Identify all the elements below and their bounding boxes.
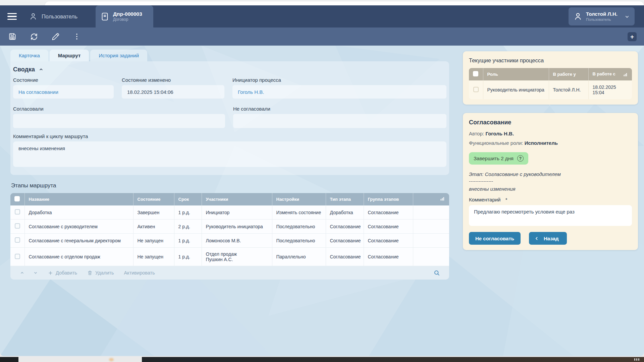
tab-card[interactable]: Карточка <box>10 50 48 61</box>
cell-state: Завершен <box>133 205 174 220</box>
cell-state: Не запущен <box>133 248 174 266</box>
cell-participants: Ломоносов М.В. <box>202 234 272 248</box>
user-name: Толстой Л.Н. <box>586 11 618 17</box>
user-avatar-icon <box>573 12 583 21</box>
initiator-field[interactable]: Гоголь Н.В. <box>232 85 446 99</box>
task-title: Согласование <box>469 119 632 126</box>
required-mark: * <box>505 197 507 202</box>
comment-label: Комментарий <box>469 197 500 202</box>
cell-name: Согласование с отделом продаж <box>24 248 133 266</box>
save-button[interactable] <box>8 32 17 41</box>
taskbar-app-glyph <box>109 358 114 361</box>
select-all-checkbox[interactable] <box>14 196 20 201</box>
stages-title: Этапы маршрута <box>11 182 449 189</box>
cell-type: Согласование <box>326 248 364 266</box>
stage-row[interactable]: Согласование с генеральным директором Не… <box>10 234 449 248</box>
back-button[interactable]: Назад <box>529 232 567 245</box>
page-tabs: Карточка Маршрут История заданий <box>10 50 449 61</box>
tab-route[interactable]: Маршрут <box>50 50 89 61</box>
comment-input[interactable]: Предлагаю пересмотреть условия еще раз <box>469 205 632 226</box>
stage-line: Этап: Согласование с руководителем <box>469 171 632 177</box>
move-down-button[interactable] <box>33 270 38 275</box>
cell-name: Доработка <box>24 205 133 220</box>
document-tab[interactable]: Дпр-000003 Договор <box>96 5 153 27</box>
cell-group: Согласование <box>364 248 413 266</box>
delete-stage-button[interactable]: Удалить <box>87 270 114 276</box>
cell-term: 1 р.д. <box>174 248 202 266</box>
cell-settings: Последовательно <box>272 220 326 234</box>
state-changed-field[interactable]: 18.02.2025 15:04:06 <box>122 85 224 99</box>
row-checkbox[interactable] <box>15 223 20 229</box>
user-menu-button[interactable]: Толстой Л.Н. Пользователь <box>569 7 635 25</box>
cell-term: 1 р.д. <box>174 234 202 248</box>
cell-name: Согласование с руководителем <box>24 220 133 234</box>
tab-task-history[interactable]: История заданий <box>90 50 147 61</box>
row-checkbox[interactable] <box>15 254 20 259</box>
user-icon <box>29 12 38 21</box>
stages-table: Название Состояние Срок Участники Настро… <box>10 193 449 266</box>
activate-stage-button[interactable]: Активировать <box>124 270 155 276</box>
comment-divider: --------------- <box>469 179 632 184</box>
row-checkbox[interactable] <box>473 87 479 92</box>
table-settings-button[interactable] <box>623 72 628 77</box>
stage-row[interactable]: Согласование с руководителем Активен 2 р… <box>10 220 449 234</box>
disagree-button[interactable]: Не согласовать <box>469 232 521 245</box>
stages-header-row: Название Состояние Срок Участники Настро… <box>10 193 449 205</box>
refresh-button[interactable] <box>30 32 39 41</box>
route-comment-field[interactable]: внесены изменения <box>13 141 446 167</box>
summary-collapse-button[interactable] <box>39 67 44 72</box>
agreed-field[interactable] <box>13 114 225 128</box>
stage-row[interactable]: Доработка Завершен 1 р.д. Инициатор Изме… <box>10 205 449 220</box>
cell-settings: Изменять состояние <box>272 205 326 220</box>
row-checkbox[interactable] <box>15 209 20 215</box>
deadline-badge: Завершить 2 дня ? <box>469 152 528 165</box>
table-settings-button[interactable] <box>440 196 445 201</box>
cell-participants: Отдел продаж Пушкин А.С. <box>202 248 272 266</box>
move-up-button[interactable] <box>20 270 24 275</box>
participants-panel: Текущие участники процесса Роль В работе… <box>463 51 638 105</box>
search-button[interactable] <box>433 269 440 277</box>
agreed-label: Согласовали <box>13 106 225 112</box>
not-agreed-field[interactable] <box>233 114 446 128</box>
user-role: Пользователь <box>586 17 618 22</box>
cell-term: 1 р.д. <box>174 205 202 220</box>
cell-type: Согласование <box>326 220 364 234</box>
stage-row[interactable]: Согласование с отделом продаж Не запущен… <box>10 248 449 266</box>
column-header-type: Тип этапа <box>326 193 364 205</box>
cell-assignee: Толстой Л.Н. <box>549 80 588 99</box>
more-button[interactable] <box>73 33 81 41</box>
screen: Пользователь Дпр-000003 Договор <box>0 0 644 362</box>
task-sidebar: Текущие участники процесса Роль В работе… <box>463 51 638 250</box>
deadline-help-button[interactable]: ? <box>517 155 524 162</box>
bar-chart-icon <box>440 196 445 201</box>
app-window: Пользователь Дпр-000003 Договор <box>0 5 644 356</box>
cell-name: Согласование с генеральным директором <box>24 234 133 248</box>
state-field[interactable]: На согласовании <box>13 85 114 99</box>
column-header-term: Срок <box>174 193 202 205</box>
row-checkbox[interactable] <box>15 237 20 243</box>
browser-window-edge <box>45 1 644 5</box>
chevron-down-icon <box>33 270 38 275</box>
kebab-menu-icon <box>73 33 81 41</box>
column-header-name: Название <box>24 193 133 205</box>
taskbar <box>0 357 644 362</box>
approval-task-panel: Согласование Автор: Гоголь Н.В. Функцион… <box>463 113 638 250</box>
hamburger-menu-button[interactable] <box>7 10 17 23</box>
select-all-checkbox[interactable] <box>473 71 478 76</box>
participant-row[interactable]: Руководитель инициатора Толстой Л.Н. 18.… <box>469 80 632 99</box>
toolbar: + <box>0 27 644 46</box>
plus-icon: + <box>630 33 634 41</box>
add-tab-button[interactable]: + <box>628 32 637 41</box>
cell-since: 18.02.2025 15:04 <box>588 80 632 99</box>
add-stage-button[interactable]: Добавить <box>48 270 77 276</box>
cell-settings: Последовательно <box>272 234 326 248</box>
trash-icon <box>87 270 93 276</box>
taskbar-app-segment <box>18 357 142 362</box>
column-header-state: Состояние <box>133 193 174 205</box>
cell-type: Согласование <box>326 234 364 248</box>
edit-button[interactable] <box>51 32 60 41</box>
cell-role: Руководитель инициатора <box>483 80 549 99</box>
workspace-tab[interactable]: Пользователь <box>29 5 77 27</box>
author-value: Гоголь Н.В. <box>485 131 514 136</box>
stages-table-footer: Добавить Удалить Активировать <box>10 266 449 280</box>
